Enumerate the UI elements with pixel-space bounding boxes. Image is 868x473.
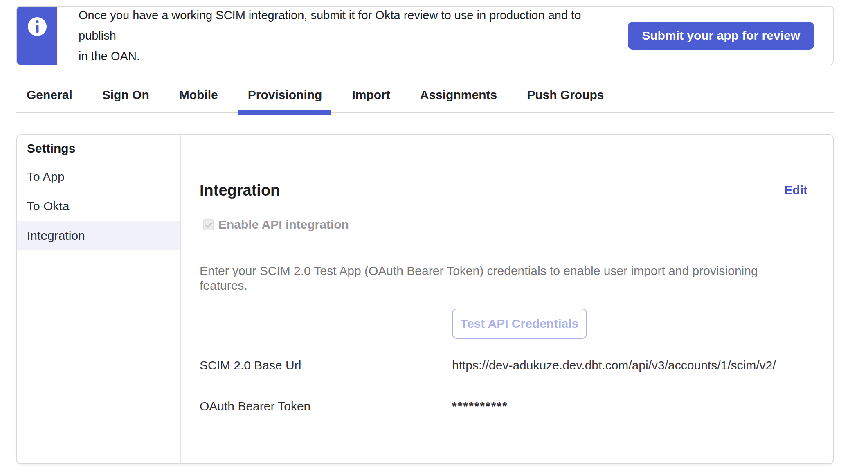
- integration-header: Integration Edit: [200, 181, 807, 200]
- scim-base-url-row: SCIM 2.0 Base Url https://dev-adukuze.de…: [200, 358, 807, 372]
- tab-assignments[interactable]: Assignments: [411, 78, 506, 112]
- info-banner-body: Once you have a working SCIM integration…: [57, 7, 833, 65]
- tab-general[interactable]: General: [17, 78, 82, 112]
- submit-app-for-review-button[interactable]: Submit your app for review: [628, 22, 814, 50]
- enable-api-integration-label: Enable API integration: [218, 218, 349, 232]
- settings-sidebar: Settings To App To Okta Integration: [17, 135, 181, 463]
- info-icon: [28, 17, 47, 36]
- oauth-bearer-token-row: OAuth Bearer Token **********: [200, 399, 807, 413]
- info-banner-message-line2: in the OAN.: [79, 46, 616, 66]
- edit-link[interactable]: Edit: [784, 183, 807, 197]
- tab-push-groups[interactable]: Push Groups: [517, 78, 613, 112]
- info-banner-message: Once you have a working SCIM integration…: [79, 5, 616, 66]
- oauth-bearer-token-value: **********: [452, 399, 508, 413]
- integration-title: Integration: [200, 181, 280, 200]
- credentials-fields: SCIM 2.0 Base Url https://dev-adukuze.de…: [200, 358, 807, 413]
- info-banner: Once you have a working SCIM integration…: [16, 6, 834, 65]
- tab-bar: General Sign On Mobile Provisioning Impo…: [16, 78, 834, 113]
- sidebar-heading: Settings: [17, 135, 180, 162]
- tab-mobile[interactable]: Mobile: [170, 78, 227, 112]
- enable-api-integration-checkbox[interactable]: [203, 219, 214, 230]
- sidebar-item-integration[interactable]: Integration: [17, 221, 180, 250]
- tab-provisioning[interactable]: Provisioning: [238, 78, 332, 112]
- oauth-bearer-token-label: OAuth Bearer Token: [200, 399, 452, 413]
- enable-api-integration-row: Enable API integration: [203, 218, 807, 232]
- provisioning-panel: Settings To App To Okta Integration Inte…: [16, 134, 834, 464]
- sidebar-item-to-okta[interactable]: To Okta: [17, 191, 180, 221]
- test-api-credentials-button[interactable]: Test API Credentials: [452, 309, 587, 339]
- info-banner-message-line1: Once you have a working SCIM integration…: [79, 5, 616, 46]
- info-banner-accent: [17, 7, 57, 65]
- tab-import[interactable]: Import: [342, 78, 399, 112]
- integration-section: Integration Edit Enable API integration …: [181, 135, 833, 463]
- credentials-description: Enter your SCIM 2.0 Test App (OAuth Bear…: [200, 264, 807, 293]
- sidebar-item-to-app[interactable]: To App: [17, 162, 180, 191]
- scim-base-url-label: SCIM 2.0 Base Url: [200, 358, 452, 372]
- scim-base-url-value: https://dev-adukuze.dev.dbt.com/api/v3/a…: [452, 358, 776, 372]
- tab-sign-on[interactable]: Sign On: [93, 78, 159, 112]
